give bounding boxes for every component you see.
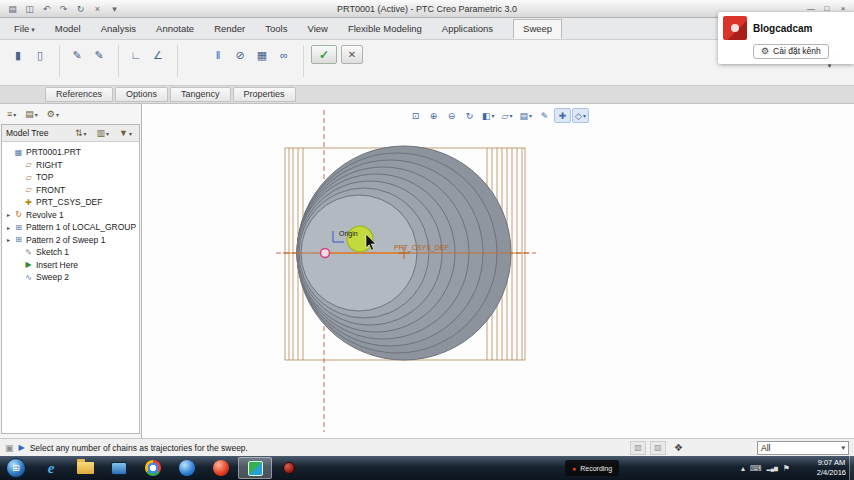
- tree-item-revolve-1[interactable]: ▸↻Revolve 1: [4, 209, 139, 222]
- taskbar-chrome[interactable]: [136, 457, 170, 479]
- tab-annotate[interactable]: Annotate: [146, 19, 204, 39]
- pause-button[interactable]: ‖: [208, 45, 228, 65]
- saved-views-button[interactable]: ▤▾: [517, 108, 536, 123]
- tray-show-hidden-icon[interactable]: ▴: [741, 464, 745, 473]
- tab-view[interactable]: View: [297, 19, 337, 39]
- taskbar-recorder[interactable]: [272, 457, 306, 479]
- datum-plane-icon: ▱: [23, 173, 34, 182]
- tree-item-right-plane[interactable]: ▱RIGHT: [4, 159, 139, 172]
- prompt-icon: ▶: [19, 443, 25, 452]
- message-log-icon[interactable]: ▣: [5, 443, 14, 453]
- tree-item-csys[interactable]: ✚PRT_CSYS_DEF: [4, 196, 139, 209]
- ribbon-separator: [303, 45, 304, 77]
- tab-sweep-active[interactable]: Sweep: [513, 19, 562, 39]
- tray-network-icon[interactable]: ▂▄▆: [767, 465, 778, 471]
- subtab-tangency[interactable]: Tangency: [170, 87, 231, 102]
- taskbar-display-app[interactable]: [102, 457, 136, 479]
- tray-action-center-icon[interactable]: ⚑: [783, 464, 790, 473]
- taskbar-creo-window-active[interactable]: [238, 457, 272, 479]
- tree-item-pattern-1[interactable]: ▸⊞Pattern 1 of LOCAL_GROUP: [4, 221, 139, 234]
- display-style-button[interactable]: ◧▾: [479, 108, 498, 123]
- status-bar: ▣ ▶ Select any number of chains as traje…: [0, 438, 854, 456]
- blue-app-icon: [179, 460, 195, 476]
- tree-settings-icon[interactable]: ⚙▾: [44, 107, 62, 121]
- variable-section-button[interactable]: ∠: [148, 45, 168, 65]
- red-app-icon: [213, 460, 229, 476]
- no-preview-button[interactable]: ⊘: [230, 45, 250, 65]
- dashboard-subtabs: References Options Tangency Properties: [0, 86, 854, 104]
- sweep-surface-button[interactable]: ▯: [30, 45, 50, 65]
- subtab-references[interactable]: References: [45, 87, 113, 102]
- tab-analysis[interactable]: Analysis: [91, 19, 146, 39]
- tree-item-front-plane[interactable]: ▱FRONT: [4, 184, 139, 197]
- tree-list-icon[interactable]: ≡▾: [4, 107, 19, 121]
- repaint-button[interactable]: ↻: [461, 108, 478, 123]
- channel-row: Blogcadcam: [723, 16, 849, 40]
- expand-icon[interactable]: ▸: [4, 224, 13, 231]
- cancel-feature-button[interactable]: ✕: [341, 45, 363, 64]
- save-icon[interactable]: ◫: [23, 2, 36, 15]
- tray-keyboard-icon[interactable]: ⌨: [750, 464, 762, 473]
- taskbar-internet-explorer[interactable]: e: [34, 457, 68, 479]
- channel-settings-button[interactable]: ⚙ Cài đặt kênh: [753, 44, 829, 59]
- subtab-options[interactable]: Options: [115, 87, 168, 102]
- model-tree-items: ▦PRT0001.PRT ▱RIGHT ▱TOP ▱FRONT ✚PRT_CSY…: [2, 142, 139, 284]
- constant-section-button[interactable]: ∟: [126, 45, 146, 65]
- model-canvas[interactable]: PRT_CSYS_DEF Origin: [142, 104, 854, 438]
- tree-item-pattern-2[interactable]: ▸⊞Pattern 2 of Sweep 1: [4, 234, 139, 247]
- tree-sort-icon[interactable]: ⇅▾: [72, 126, 90, 140]
- taskbar-opera[interactable]: [204, 457, 238, 479]
- selection-filter-select[interactable]: All ▾: [757, 441, 849, 455]
- tree-item-insert-here[interactable]: ▶Insert Here: [4, 259, 139, 272]
- spin-center-button[interactable]: ✚: [554, 108, 571, 123]
- sketch-section-button[interactable]: ✎: [67, 45, 87, 65]
- screen-recorder-badge[interactable]: ● Recording: [565, 460, 619, 476]
- toggle-display-button[interactable]: ▦: [252, 45, 272, 65]
- tab-tools[interactable]: Tools: [255, 19, 297, 39]
- subtab-properties[interactable]: Properties: [233, 87, 296, 102]
- tree-columns-icon[interactable]: ▥▾: [94, 126, 113, 140]
- smart-filter-paw-icon[interactable]: ❖: [674, 442, 683, 453]
- tree-filter-icon[interactable]: ▼▾: [116, 126, 135, 140]
- datum-display-button[interactable]: ▱▾: [499, 108, 516, 123]
- preview-glasses-button[interactable]: ∞: [274, 45, 294, 65]
- zoom-in-button[interactable]: ⊕: [425, 108, 442, 123]
- annotation-display-button[interactable]: ✎: [536, 108, 553, 123]
- new-file-icon[interactable]: ▤: [6, 2, 19, 15]
- expand-icon[interactable]: ▸: [4, 211, 13, 218]
- chevron-down-icon: ▾: [841, 444, 845, 452]
- status-right-cluster: ▧ ▨ ❖ All ▾: [630, 441, 849, 455]
- perspective-button[interactable]: ◇▾: [572, 108, 589, 123]
- tree-item-top-plane[interactable]: ▱TOP: [4, 171, 139, 184]
- edit-section-button[interactable]: ✎: [89, 45, 109, 65]
- undo-icon[interactable]: ↶: [40, 2, 53, 15]
- expand-icon[interactable]: ▸: [4, 236, 13, 243]
- zoom-out-button[interactable]: ⊖: [443, 108, 460, 123]
- show-desktop-button[interactable]: [849, 456, 854, 480]
- graphics-viewport[interactable]: ⊡ ⊕ ⊖ ↻ ◧▾ ▱▾ ▤▾ ✎ ✚ ◇▾: [142, 104, 854, 438]
- origin-point[interactable]: [321, 249, 330, 258]
- taskbar-file-explorer[interactable]: [68, 457, 102, 479]
- tab-model[interactable]: Model: [45, 19, 91, 39]
- sweep-icon: ∿: [23, 273, 34, 282]
- redo-icon[interactable]: ↷: [57, 2, 70, 15]
- select-options-button[interactable]: ▨: [650, 441, 666, 455]
- tab-render[interactable]: Render: [204, 19, 255, 39]
- regenerate-icon[interactable]: ↻: [74, 2, 87, 15]
- refit-button[interactable]: ⊡: [407, 108, 424, 123]
- accept-feature-button[interactable]: ✓: [311, 45, 337, 64]
- find-button[interactable]: ▧: [630, 441, 646, 455]
- tree-folders-icon[interactable]: ▤▾: [22, 107, 41, 121]
- tree-item-sweep-2[interactable]: ∿Sweep 2: [4, 271, 139, 284]
- tab-applications[interactable]: Applications: [432, 19, 503, 39]
- tree-item-sketch-1[interactable]: ✎Sketch 1: [4, 246, 139, 259]
- tab-file[interactable]: File▾: [4, 19, 45, 39]
- taskbar-clock[interactable]: 9:07 AM 2/4/2016: [817, 458, 846, 478]
- close-window-icon[interactable]: ×: [91, 2, 104, 15]
- tree-item-part-root[interactable]: ▦PRT0001.PRT: [4, 146, 139, 159]
- sweep-solid-button[interactable]: ▮: [8, 45, 28, 65]
- start-button[interactable]: ⊞: [6, 458, 26, 478]
- qat-dropdown-icon[interactable]: ▾: [108, 2, 121, 15]
- taskbar-messenger[interactable]: [170, 457, 204, 479]
- tab-flexible-modeling[interactable]: Flexible Modeling: [338, 19, 432, 39]
